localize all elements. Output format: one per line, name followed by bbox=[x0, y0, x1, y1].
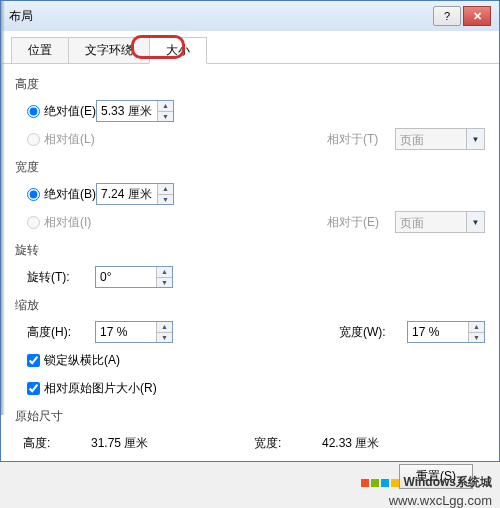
watermark-brand: Windows系统城 bbox=[403, 474, 492, 491]
window-shadow bbox=[1, 1, 5, 415]
spinner-down-icon[interactable]: ▼ bbox=[157, 333, 172, 343]
rotation-label: 旋转(T): bbox=[27, 269, 95, 286]
width-abs-label: 绝对值(B) bbox=[44, 187, 96, 201]
width-abs-input[interactable] bbox=[97, 184, 157, 204]
title-buttons: ? ✕ bbox=[433, 6, 491, 26]
height-abs-spinner[interactable]: ▲ ▼ bbox=[96, 100, 174, 122]
tab-text-wrap[interactable]: 文字环绕 bbox=[68, 37, 150, 63]
windows-logo-icon bbox=[361, 479, 399, 487]
width-rel-to-combo: 页面 ▼ bbox=[395, 211, 485, 233]
height-rel-to-value: 页面 bbox=[396, 129, 466, 149]
width-abs-spinner[interactable]: ▲ ▼ bbox=[96, 183, 174, 205]
watermark-logo: Windows系统城 bbox=[361, 474, 492, 491]
spinner-buttons: ▲ ▼ bbox=[156, 267, 172, 287]
original-width-pair: 宽度: 42.33 厘米 bbox=[254, 435, 485, 452]
width-rel-label: 相对值(I) bbox=[44, 215, 91, 229]
rel-original-row: 相对原始图片大小(R) bbox=[15, 374, 485, 402]
spinner-up-icon[interactable]: ▲ bbox=[157, 322, 172, 333]
scale-height-spinner[interactable]: ▲ ▼ bbox=[95, 321, 173, 343]
close-button[interactable]: ✕ bbox=[463, 6, 491, 26]
spinner-down-icon[interactable]: ▼ bbox=[157, 278, 172, 288]
height-abs-radio-label[interactable]: 绝对值(E) bbox=[27, 103, 96, 120]
rel-original-checkbox[interactable] bbox=[27, 382, 40, 395]
width-rel-to-value: 页面 bbox=[396, 212, 466, 232]
window-title: 布局 bbox=[9, 8, 433, 25]
width-abs-row: 绝对值(B) ▲ ▼ bbox=[15, 180, 485, 208]
scale-height-input[interactable] bbox=[96, 322, 156, 342]
height-abs-radio[interactable] bbox=[27, 105, 40, 118]
height-rel-row: 相对值(L) ▲▼ 相对于(T) 页面 ▼ bbox=[15, 125, 485, 153]
scale-row: 高度(H): ▲ ▼ 宽度(W): ▲ ▼ bbox=[15, 318, 485, 346]
spinner-buttons: ▲ ▼ bbox=[157, 184, 173, 204]
dialog-window: 布局 ? ✕ 位置 文字环绕 大小 高度 绝对值(E) ▲ ▼ 相对值(L) ▲… bbox=[0, 0, 500, 462]
scale-width-label: 宽度(W): bbox=[339, 324, 407, 341]
scale-width-group: 宽度(W): ▲ ▼ bbox=[339, 321, 485, 343]
scale-width-spinner[interactable]: ▲ ▼ bbox=[407, 321, 485, 343]
tab-size[interactable]: 大小 bbox=[149, 37, 207, 64]
rotation-group-title: 旋转 bbox=[15, 236, 485, 263]
scale-width-input[interactable] bbox=[408, 322, 468, 342]
rotation-spinner[interactable]: ▲ ▼ bbox=[95, 266, 173, 288]
rel-original-text: 相对原始图片大小(R) bbox=[44, 381, 157, 395]
width-rel-radio bbox=[27, 216, 40, 229]
width-rel-radio-label[interactable]: 相对值(I) bbox=[27, 214, 91, 231]
original-height-label: 高度: bbox=[23, 435, 91, 452]
spinner-up-icon[interactable]: ▲ bbox=[469, 322, 484, 333]
spinner-buttons: ▲ ▼ bbox=[157, 101, 173, 121]
width-group-title: 宽度 bbox=[15, 153, 485, 180]
original-width-value: 42.33 厘米 bbox=[322, 435, 379, 452]
chevron-down-icon: ▼ bbox=[466, 212, 484, 232]
lock-aspect-text: 锁定纵横比(A) bbox=[44, 353, 120, 367]
scale-height-label: 高度(H): bbox=[27, 324, 95, 341]
height-abs-input[interactable] bbox=[97, 101, 157, 121]
scale-group-title: 缩放 bbox=[15, 291, 485, 318]
width-rel-to-group: 相对于(E) 页面 ▼ bbox=[327, 211, 485, 233]
watermark: Windows系统城 www.wxcLgg.com bbox=[361, 474, 492, 508]
height-rel-to-label: 相对于(T) bbox=[327, 131, 395, 148]
lock-aspect-checkbox[interactable] bbox=[27, 354, 40, 367]
original-height-pair: 高度: 31.75 厘米 bbox=[23, 435, 254, 452]
height-group-title: 高度 bbox=[15, 70, 485, 97]
height-rel-label: 相对值(L) bbox=[44, 132, 95, 146]
height-rel-to-group: 相对于(T) 页面 ▼ bbox=[327, 128, 485, 150]
tab-position[interactable]: 位置 bbox=[11, 37, 69, 63]
width-abs-radio[interactable] bbox=[27, 188, 40, 201]
height-abs-row: 绝对值(E) ▲ ▼ bbox=[15, 97, 485, 125]
original-size-row: 高度: 31.75 厘米 宽度: 42.33 厘米 bbox=[15, 429, 485, 452]
help-button[interactable]: ? bbox=[433, 6, 461, 26]
chevron-down-icon: ▼ bbox=[466, 129, 484, 149]
tab-bar: 位置 文字环绕 大小 bbox=[1, 31, 499, 64]
original-group-title: 原始尺寸 bbox=[15, 402, 485, 429]
spinner-up-icon[interactable]: ▲ bbox=[158, 101, 173, 112]
height-abs-label: 绝对值(E) bbox=[44, 104, 96, 118]
rel-original-label[interactable]: 相对原始图片大小(R) bbox=[27, 380, 157, 397]
width-rel-row: 相对值(I) ▲▼ 相对于(E) 页面 ▼ bbox=[15, 208, 485, 236]
spinner-buttons: ▲ ▼ bbox=[468, 322, 484, 342]
lock-aspect-row: 锁定纵横比(A) bbox=[15, 346, 485, 374]
spinner-down-icon[interactable]: ▼ bbox=[469, 333, 484, 343]
rotation-input[interactable] bbox=[96, 267, 156, 287]
height-rel-radio bbox=[27, 133, 40, 146]
spinner-up-icon[interactable]: ▲ bbox=[158, 184, 173, 195]
title-bar: 布局 ? ✕ bbox=[1, 1, 499, 31]
height-rel-radio-label[interactable]: 相对值(L) bbox=[27, 131, 95, 148]
dialog-content: 高度 绝对值(E) ▲ ▼ 相对值(L) ▲▼ 相对于(T) 页面 ▼ bbox=[1, 64, 499, 507]
spinner-down-icon[interactable]: ▼ bbox=[158, 112, 173, 122]
width-abs-radio-label[interactable]: 绝对值(B) bbox=[27, 186, 96, 203]
spinner-buttons: ▲ ▼ bbox=[156, 322, 172, 342]
lock-aspect-label[interactable]: 锁定纵横比(A) bbox=[27, 352, 120, 369]
height-rel-to-combo: 页面 ▼ bbox=[395, 128, 485, 150]
rotation-row: 旋转(T): ▲ ▼ bbox=[15, 263, 485, 291]
spinner-up-icon[interactable]: ▲ bbox=[157, 267, 172, 278]
watermark-url: www.wxcLgg.com bbox=[361, 493, 492, 508]
original-width-label: 宽度: bbox=[254, 435, 322, 452]
width-rel-to-label: 相对于(E) bbox=[327, 214, 395, 231]
spinner-down-icon[interactable]: ▼ bbox=[158, 195, 173, 205]
original-height-value: 31.75 厘米 bbox=[91, 435, 148, 452]
